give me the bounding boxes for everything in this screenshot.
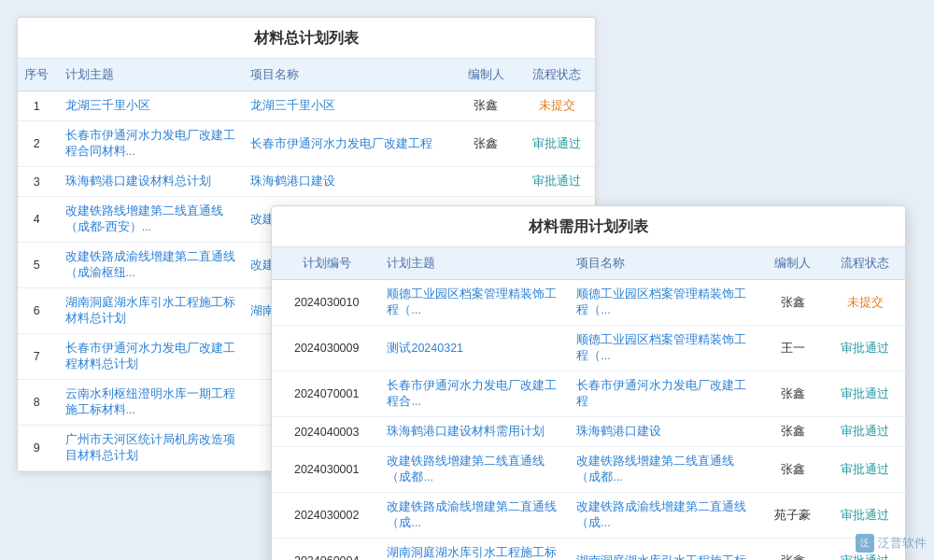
front-cell-project: 长春市伊通河水力发电厂改建工程 [571,371,760,417]
front-table-title: 材料需用计划列表 [272,206,905,247]
back-cell-status: 审批通过 [519,121,595,167]
back-cell-editor: 张鑫 [453,121,519,167]
back-header-seq: 序号 [18,59,56,91]
front-cell-editor: 张鑫 [760,539,825,561]
front-cell-code: 2024030009 [272,326,381,371]
back-table-row[interactable]: 1 龙湖三千里小区 龙湖三千里小区 张鑫 未提交 [18,91,595,121]
back-cell-editor [453,167,519,197]
front-cell-status: 审批通过 [826,447,905,493]
back-cell-theme: 湖南洞庭湖水库引水工程施工标材料总计划 [56,288,246,334]
front-cell-theme: 顺德工业园区档案管理精装饰工程（... [381,280,571,326]
front-cell-theme: 长春市伊通河水力发电厂改建工程合... [381,371,571,417]
back-cell-seq: 9 [18,426,56,471]
back-cell-seq: 6 [18,288,56,334]
front-cell-code: 2024030002 [272,493,381,539]
front-cell-theme: 改建铁路成渝线增建第二直通线（成... [381,493,571,539]
front-table-row[interactable]: 2024030010 顺德工业园区档案管理精装饰工程（... 顺德工业园区档案管… [272,280,905,326]
back-cell-seq: 8 [18,380,56,426]
back-cell-project: 长春市伊通河水力发电厂改建工程 [245,121,453,167]
front-cell-project: 顺德工业园区档案管理精装饰工程（... [571,280,760,326]
front-cell-editor: 苑子豪 [760,493,825,539]
back-table-row[interactable]: 2 长春市伊通河水力发电厂改建工程合同材料... 长春市伊通河水力发电厂改建工程… [18,121,595,167]
front-cell-project: 改建铁路成渝线增建第二直通线（成... [571,493,760,539]
front-table-row[interactable]: 2024070001 长春市伊通河水力发电厂改建工程合... 长春市伊通河水力发… [272,371,905,417]
back-table-row[interactable]: 3 珠海鹤港口建设材料总计划 珠海鹤港口建设 审批通过 [18,167,595,197]
front-cell-code: 2024030001 [272,447,381,493]
front-cell-status: 未提交 [826,280,905,326]
back-cell-seq: 3 [18,167,56,197]
front-header-code: 计划编号 [272,247,381,280]
back-cell-seq: 4 [18,197,56,243]
back-cell-seq: 7 [18,334,56,380]
front-table-container: 材料需用计划列表 计划编号 计划主题 项目名称 编制人 流程状态 2024030… [271,205,906,560]
back-cell-theme: 改建铁路成渝线增建第二直通线（成渝枢纽... [56,243,246,288]
back-cell-status: 未提交 [519,91,595,121]
back-header-theme: 计划主题 [56,59,246,91]
front-header-editor: 编制人 [760,247,825,280]
front-cell-code: 2024060004 [272,539,381,561]
front-table: 计划编号 计划主题 项目名称 编制人 流程状态 2024030010 顺德工业园… [272,247,905,560]
front-cell-editor: 张鑫 [760,417,825,447]
front-cell-editor: 张鑫 [760,280,825,326]
front-cell-project: 珠海鹤港口建设 [571,417,760,447]
front-table-row[interactable]: 2024030002 改建铁路成渝线增建第二直通线（成... 改建铁路成渝线增建… [272,493,905,539]
front-header-project: 项目名称 [571,247,760,280]
back-cell-theme: 长春市伊通河水力发电厂改建工程合同材料... [56,121,246,167]
watermark: 泛 泛普软件 [856,534,927,553]
front-cell-project: 顺德工业园区档案管理精装饰工程（... [571,326,760,371]
front-cell-theme: 改建铁路线增建第二线直通线（成都... [381,447,571,493]
front-cell-editor: 张鑫 [760,447,825,493]
back-cell-theme: 云南水利枢纽澄明水库一期工程施工标材料... [56,380,246,426]
back-cell-seq: 1 [18,91,56,121]
front-table-row[interactable]: 2024040003 珠海鹤港口建设材料需用计划 珠海鹤港口建设 张鑫 审批通过 [272,417,905,447]
front-cell-theme: 湖南洞庭湖水库引水工程施工标材... [381,539,571,561]
front-cell-status: 审批通过 [826,417,905,447]
watermark-text: 泛普软件 [878,535,927,552]
back-cell-theme: 龙湖三千里小区 [56,91,246,121]
front-cell-status: 审批通过 [826,493,905,539]
front-table-row[interactable]: 2024030001 改建铁路线增建第二线直通线（成都... 改建铁路线增建第二… [272,447,905,493]
back-cell-theme: 珠海鹤港口建设材料总计划 [56,167,246,197]
front-cell-editor: 王一 [760,326,825,371]
front-cell-code: 2024070001 [272,371,381,417]
back-cell-status: 审批通过 [519,167,595,197]
front-cell-theme: 珠海鹤港口建设材料需用计划 [381,417,571,447]
front-cell-theme: 测试20240321 [381,326,571,371]
back-cell-theme: 长春市伊通河水力发电厂改建工程材料总计划 [56,334,246,380]
watermark-logo: 泛 [856,534,874,553]
back-cell-theme: 改建铁路线增建第二线直通线（成都-西安）... [56,197,246,243]
back-cell-theme: 广州市天河区统计局机房改造项目材料总计划 [56,426,246,471]
front-table-row[interactable]: 2024060004 湖南洞庭湖水库引水工程施工标材... 湖南洞庭湖水库引水工… [272,539,905,561]
back-cell-seq: 5 [18,243,56,288]
back-header-editor: 编制人 [453,59,519,91]
front-cell-project: 湖南洞庭湖水库引水工程施工标 [571,539,760,561]
front-cell-status: 审批通过 [826,326,905,371]
front-table-header: 计划编号 计划主题 项目名称 编制人 流程状态 [272,247,905,280]
back-table-title: 材料总计划列表 [18,18,595,59]
front-header-status: 流程状态 [826,247,905,280]
front-cell-status: 审批通过 [826,371,905,417]
back-cell-project: 珠海鹤港口建设 [245,167,453,197]
back-header-project: 项目名称 [245,59,453,91]
back-header-status: 流程状态 [519,59,595,91]
back-cell-editor: 张鑫 [453,91,519,121]
back-cell-project: 龙湖三千里小区 [245,91,453,121]
front-cell-editor: 张鑫 [760,371,825,417]
front-cell-project: 改建铁路线增建第二线直通线（成都... [571,447,760,493]
back-cell-seq: 2 [18,121,56,167]
front-table-body: 2024030010 顺德工业园区档案管理精装饰工程（... 顺德工业园区档案管… [272,280,905,561]
back-table-header: 序号 计划主题 项目名称 编制人 流程状态 [18,59,595,91]
front-header-theme: 计划主题 [381,247,571,280]
front-cell-code: 2024040003 [272,417,381,447]
front-cell-code: 2024030010 [272,280,381,326]
front-table-row[interactable]: 2024030009 测试20240321 顺德工业园区档案管理精装饰工程（..… [272,326,905,371]
